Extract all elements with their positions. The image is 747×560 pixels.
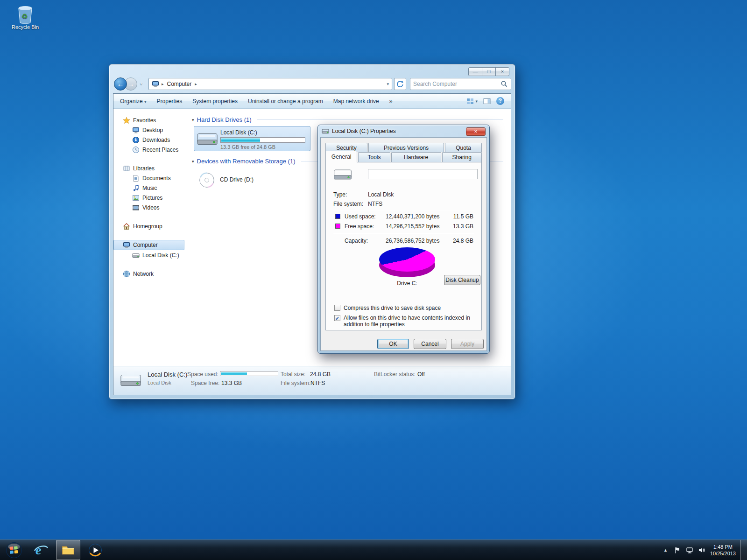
general-tab-page: Type: Local Disk File system: NTFS Used …	[325, 162, 482, 330]
tab-previous-versions[interactable]: Previous Versions	[368, 143, 444, 152]
sidebar-item-network[interactable]: Network	[113, 269, 187, 279]
group-collapse-icon[interactable]: ▾	[192, 159, 194, 164]
sidebar-item-videos[interactable]: Videos	[113, 203, 187, 212]
bitlocker-label: BitLocker status:	[374, 371, 416, 378]
recycle-bin-glyph: ♻	[16, 4, 35, 24]
uninstall-command[interactable]: Uninstall or change a program	[248, 98, 323, 105]
command-bar: Organize ▾ Properties System properties …	[113, 94, 511, 109]
index-checkbox[interactable]: ✓	[334, 315, 340, 321]
desktop: ♻ Recycle Bin — □ × ← → ▾ ▸ Computer ▸ ▾	[0, 0, 747, 560]
sidebar-item-pictures[interactable]: Pictures	[113, 193, 187, 203]
sidebar-item-computer[interactable]: Computer	[113, 240, 184, 250]
clock-time: 1:48 PM	[710, 544, 736, 550]
drive-name: Local Disk (C:)	[220, 129, 257, 136]
space-used-bar	[220, 371, 278, 376]
disk-cleanup-button[interactable]: Disk Cleanup	[444, 275, 480, 285]
address-dropdown-icon[interactable]: ▾	[387, 82, 389, 86]
file-system-label: File system:	[281, 380, 310, 386]
separator	[333, 210, 474, 210]
toolbar-overflow-button[interactable]: »	[389, 98, 393, 105]
history-dropdown-icon[interactable]: ▾	[140, 81, 142, 86]
preview-pane-icon	[483, 98, 491, 105]
used-space-gb: 11.5 GB	[443, 213, 473, 220]
taskbar-item-windows-explorer[interactable]	[56, 540, 80, 560]
capacity-label: Capacity:	[345, 238, 368, 244]
sidebar-item-local-disk-c[interactable]: Local Disk (C:)	[113, 250, 187, 260]
taskbar-item-windows-media-player[interactable]	[83, 540, 107, 560]
system-properties-command[interactable]: System properties	[192, 98, 238, 105]
libraries-icon	[123, 165, 130, 172]
taskbar-clock[interactable]: 1:48 PM 10/25/2013	[710, 544, 736, 557]
recycle-bin-label: Recycle Bin	[7, 24, 44, 30]
chevron-down-icon: ▾	[144, 99, 147, 104]
properties-command[interactable]: Properties	[157, 98, 183, 105]
drive-item-local-disk-c[interactable]: Local Disk (C:) 13.3 GB free of 24.8 GB	[194, 126, 310, 151]
action-center-flag-icon[interactable]	[674, 546, 681, 554]
used-space-label: Used space:	[345, 213, 376, 220]
file-system-value: NTFS	[310, 380, 325, 386]
sidebar-item-desktop[interactable]: Desktop	[113, 125, 187, 135]
volume-label-input[interactable]	[368, 169, 478, 179]
sidebar-item-favorites[interactable]: Favorites	[113, 115, 187, 125]
back-button[interactable]: ←	[114, 77, 127, 91]
compress-checkbox[interactable]	[334, 305, 340, 311]
breadcrumb-arrow-icon[interactable]: ▸	[195, 82, 197, 86]
dialog-close-button[interactable]: ×	[466, 127, 486, 136]
start-button[interactable]	[2, 540, 26, 560]
drive-item-cd-d[interactable]: CD Drive (D:)	[194, 168, 310, 193]
sidebar-item-music[interactable]: Music	[113, 183, 187, 193]
breadcrumb-arrow-icon[interactable]: ▸	[162, 82, 164, 86]
show-hidden-icons-button[interactable]: ▲	[663, 548, 668, 553]
sidebar-item-recent-places[interactable]: Recent Places	[113, 145, 187, 154]
type-value: Local Disk	[368, 191, 394, 198]
sidebar-item-libraries[interactable]: Libraries	[113, 163, 187, 173]
space-used-label: Space used:	[187, 371, 218, 378]
breadcrumb[interactable]: Computer	[166, 81, 193, 87]
maximize-button[interactable]: □	[482, 67, 496, 76]
bitlocker-value: Off	[417, 371, 425, 378]
recent-places-icon	[132, 146, 140, 154]
search-icon[interactable]	[500, 80, 508, 88]
homegroup-icon	[123, 223, 130, 230]
taskbar-item-internet-explorer[interactable]: e	[29, 540, 53, 560]
group-collapse-icon[interactable]: ▾	[192, 118, 194, 122]
address-bar[interactable]: ▸ Computer ▸ ▾	[148, 78, 392, 90]
tab-sharing[interactable]: Sharing	[442, 152, 482, 162]
recycle-bin-icon[interactable]: ♻ Recycle Bin	[7, 4, 44, 30]
hard-drive-icon	[333, 167, 352, 182]
sidebar-item-downloads[interactable]: Downloads	[113, 135, 187, 145]
apply-button[interactable]: Apply	[451, 339, 484, 349]
help-button[interactable]: ?	[496, 97, 504, 105]
sidebar-item-homegroup[interactable]: Homegroup	[113, 221, 187, 231]
group-rule	[257, 119, 503, 120]
drive-free-space: 13.3 GB free of 24.8 GB	[220, 144, 275, 150]
close-button[interactable]: ×	[495, 67, 509, 76]
network-icon	[123, 270, 130, 278]
cd-drive-icon	[196, 171, 218, 189]
sidebar-item-documents[interactable]: Documents	[113, 173, 187, 183]
minimize-button[interactable]: —	[468, 67, 482, 76]
network-status-icon[interactable]	[686, 546, 693, 554]
dialog-body: Security Previous Versions Quota General…	[320, 137, 487, 351]
views-button[interactable]: ▾	[466, 98, 478, 105]
search-box	[410, 78, 511, 90]
map-network-drive-command[interactable]: Map network drive	[333, 98, 379, 105]
preview-pane-button[interactable]	[483, 98, 491, 105]
volume-icon[interactable]	[698, 546, 705, 554]
tab-tools[interactable]: Tools	[358, 152, 390, 162]
show-desktop-button[interactable]	[740, 540, 747, 560]
tab-quota[interactable]: Quota	[445, 143, 482, 152]
views-icon	[466, 98, 474, 105]
tab-hardware[interactable]: Hardware	[391, 152, 441, 162]
tab-general[interactable]: General	[325, 151, 357, 162]
organize-menu[interactable]: Organize ▾	[120, 98, 147, 105]
pie-chart	[379, 247, 435, 272]
search-input[interactable]	[413, 81, 500, 87]
refresh-button[interactable]	[394, 78, 406, 90]
separator	[333, 233, 474, 234]
cancel-button[interactable]: Cancel	[414, 339, 446, 349]
group-header-hard-disk-drives[interactable]: ▾ Hard Disk Drives (1)	[192, 116, 503, 123]
details-drive-type: Local Disk	[148, 380, 171, 385]
ok-button[interactable]: OK	[377, 339, 409, 349]
start-orb-icon	[6, 542, 22, 559]
